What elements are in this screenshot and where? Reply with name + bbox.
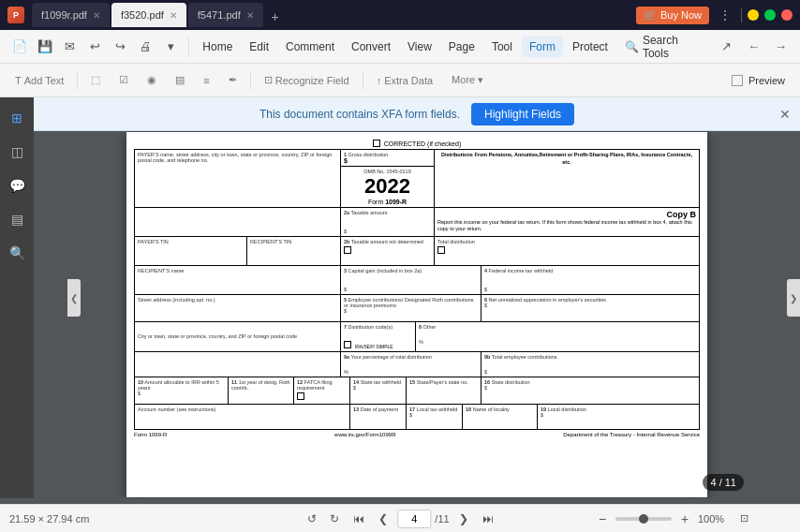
box17-label: 17 Local tax withheld [409,406,459,412]
city-space [138,324,337,333]
search-tools-button[interactable]: 🔍 Search Tools [617,30,711,64]
box2b-checkbox[interactable] [344,246,351,254]
maximize-button[interactable] [764,9,776,21]
zoom-in-button[interactable]: + [675,510,694,528]
nav-controls: ↺ ↻ ⏮ ❮ /11 ❯ ⏭ [302,509,497,529]
recognize-field-button[interactable]: ⊡ Recognize Field [257,71,357,89]
sidebar-comment-icon[interactable]: 💬 [4,172,30,199]
extra-data-button[interactable]: ↑ Extra Data [369,72,440,89]
box12-checkbox[interactable] [297,392,304,400]
buy-now-button[interactable]: 🛒 Buy Now [636,7,709,24]
menu-icon-redo[interactable]: ↪ [109,35,132,59]
checkbox-tool-button[interactable]: ☑ [111,71,136,89]
sidebar-pages-icon[interactable]: ⊞ [4,105,30,131]
zoom-out-button[interactable]: − [593,510,612,528]
box2b-total-checkbox[interactable] [437,246,445,254]
radio-tool-button[interactable]: ◉ [140,71,164,89]
menu-item-protect[interactable]: Protect [565,37,615,57]
panel-toggle-left[interactable]: ❮ [67,279,81,317]
menu-icon-undo[interactable]: ↩ [83,35,107,59]
payer-tin-cell: PAYER'S TIN [135,237,247,265]
back-icon[interactable]: ← [742,35,765,59]
signature-tool-button[interactable]: ✒ [221,71,244,89]
toolbar-sep1 [77,71,78,90]
first-page-button[interactable]: ⏮ [348,509,369,529]
box5-label: 5 Employee contributions/ Designated Rot… [344,297,478,308]
signature-icon: ✒ [229,74,237,86]
zoom-slider-thumb[interactable] [639,514,648,524]
pdf-content: CORRECTED (if checked) PAYER'S name, str… [126,132,707,497]
page-number-input[interactable] [397,510,431,528]
tab-f5471[interactable]: f5471.pdf ✕ [188,3,263,27]
preview-button[interactable]: Preview [724,72,793,89]
close-button[interactable] [781,9,793,21]
sidebar-layers-icon[interactable]: ▤ [4,206,30,232]
menu-icon-email[interactable]: ✉ [58,35,81,59]
tab-close[interactable]: ✕ [93,10,100,21]
forward-icon[interactable]: → [769,35,793,59]
minimize-button[interactable] [748,9,759,21]
menu-item-comment[interactable]: Comment [278,37,342,57]
box3-dollar: $ [344,287,478,292]
page-size-label: 21.59 × 27.94 cm [9,513,89,525]
corrected-checkbox[interactable] [373,140,380,147]
fit-page-button[interactable]: ⊡ [734,510,753,528]
menu-item-view[interactable]: View [400,37,439,57]
menu-item-tool[interactable]: Tool [484,37,520,57]
combo-tool-button[interactable]: ▤ [168,71,192,89]
box17-cell: 17 Local tax withheld $ [407,405,463,429]
last-page-button[interactable]: ⏭ [478,509,498,529]
zoom-slider[interactable] [615,517,672,521]
box3-value [344,273,478,287]
menu-bar: 📄 💾 ✉ ↩ ↪ 🖨 ▾ Home Edit Comment Convert … [0,30,800,64]
box7-cell: 7 Distribution code(s) IRA/SEP/ SIMPLE [341,322,416,351]
notification-close-button[interactable]: ✕ [779,107,791,122]
tab-close[interactable]: ✕ [246,10,254,21]
tab-f1099r[interactable]: f1099r.pdf ✕ [32,3,110,27]
form-row-7: 9a Your percentage of total distribution… [135,352,699,377]
irs-url: www.irs.gov/Form1099R [334,432,395,437]
bottom-bar: 21.59 × 27.94 cm ↺ ↻ ⏮ ❮ /11 ❯ ⏭ − + 100… [0,504,800,532]
select-tool-button[interactable]: ⬚ [83,71,108,89]
menu-item-form[interactable]: Form [522,37,563,57]
menu-icon-dropdown[interactable]: ▾ [159,35,183,59]
next-page-button[interactable]: ❯ [453,509,474,529]
menu-item-home[interactable]: Home [195,37,240,57]
page-total-label: /11 [435,513,449,525]
menu-item-convert[interactable]: Convert [344,37,398,57]
add-text-button[interactable]: T Add Text [7,72,71,89]
payer-name-label: PAYER'S name, street address, city or to… [138,152,337,163]
box7-checkbox[interactable] [344,341,351,348]
panel-toggle-right[interactable]: ❯ [787,279,800,317]
menu-icon-save[interactable]: 💾 [33,35,56,59]
tab-f3520[interactable]: f3520.pdf ✕ [111,3,186,27]
box11-label: 11 1st year of desig. Roth contrib. [231,379,290,391]
menu-item-edit[interactable]: Edit [242,37,276,57]
box15-value [409,385,478,396]
prev-page-button[interactable]: ❮ [373,509,393,529]
copy-b-text: Report this income on your federal tax r… [437,219,696,232]
menu-item-page[interactable]: Page [441,37,482,57]
sidebar-search-icon[interactable]: 🔍 [4,240,30,266]
more-button[interactable]: More ▾ [444,71,491,89]
form-footer-dept: Department of the Treasury - Internal Re… [563,432,700,437]
box6-cell: 6 Net unrealized appreciation in employe… [481,295,699,321]
rotate-left-button[interactable]: ↺ [302,509,322,529]
new-tab-button[interactable]: + [265,7,286,27]
highlight-fields-button[interactable]: Highlight Fields [471,103,574,126]
payer-box-2 [135,208,341,236]
box9a-pct: % [344,369,478,375]
tab-close[interactable]: ✕ [170,10,177,21]
menu-icon-print[interactable]: 🖨 [134,35,157,59]
box9b-cell: 9b Total employee contributions $ [481,352,699,377]
distributions-title: Distributions From Pensions, Annuities,R… [435,150,699,207]
rotate-right-button[interactable]: ↻ [324,509,345,529]
box1-cell: 1 Gross distribution $ [341,150,434,167]
menu-icon-file[interactable]: 📄 [7,35,31,59]
form-footer: Form 1099-R www.irs.gov/Form1099R Depart… [134,432,700,437]
recipient-tin-cell: RECIPIENT'S TIN [247,237,341,265]
more-options-icon[interactable]: ⋮ [715,6,735,24]
list-tool-button[interactable]: ≡ [196,72,216,89]
share-icon[interactable]: ↗ [715,35,738,59]
sidebar-bookmark-icon[interactable]: ◫ [4,139,30,165]
